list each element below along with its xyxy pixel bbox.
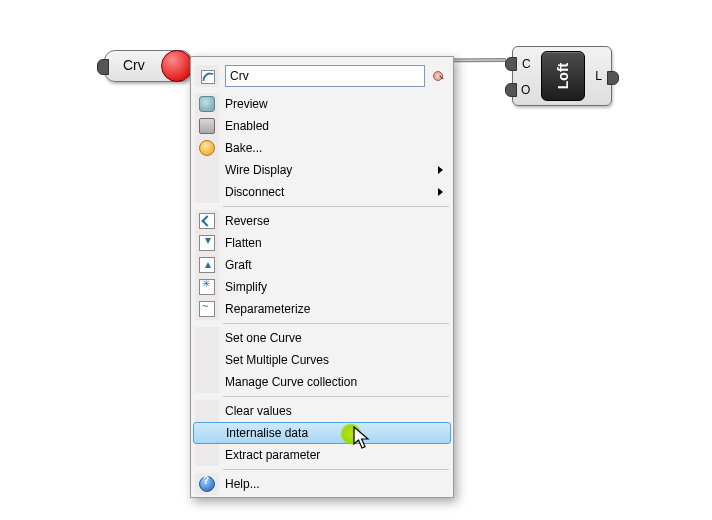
- menu-item-label: Flatten: [225, 236, 443, 250]
- menu-item-clear-values[interactable]: Clear values: [193, 400, 451, 422]
- curve-icon: [195, 65, 219, 87]
- menu-item-label: Extract parameter: [225, 448, 443, 462]
- input-label-c: C: [522, 57, 531, 71]
- menu-item-label: Bake...: [225, 141, 443, 155]
- menu-separator: [223, 469, 449, 470]
- bake-icon: [199, 140, 215, 156]
- node-input-grip[interactable]: [97, 59, 109, 75]
- menu-separator: [223, 396, 449, 397]
- menu-item-label: Graft: [225, 258, 443, 272]
- menu-item-graft[interactable]: Graft: [193, 254, 451, 276]
- loft-component-node[interactable]: C O L Loft: [512, 46, 612, 106]
- menu-item-label: Set Multiple Curves: [225, 353, 443, 367]
- menu-item-manage-curve-collection[interactable]: Manage Curve collection: [193, 371, 451, 393]
- help-icon: [199, 476, 215, 492]
- preview-icon: [199, 96, 215, 112]
- menu-item-disconnect[interactable]: Disconnect: [193, 181, 451, 203]
- menu-item-enabled[interactable]: Enabled: [193, 115, 451, 137]
- menu-item-bake[interactable]: Bake...: [193, 137, 451, 159]
- menu-item-label: Manage Curve collection: [225, 375, 443, 389]
- menu-name-row: Crv: [193, 59, 451, 93]
- menu-separator: [223, 323, 449, 324]
- context-menu[interactable]: Crv Preview Enabled Bake... Wire Display…: [190, 56, 454, 498]
- menu-item-label: Disconnect: [225, 185, 438, 199]
- menu-item-label: Preview: [225, 97, 443, 111]
- input-grip-o[interactable]: [505, 83, 517, 97]
- menu-item-reverse[interactable]: Reverse: [193, 210, 451, 232]
- colour-picker-icon[interactable]: [431, 69, 445, 83]
- reparam-icon: [199, 301, 215, 317]
- menu-item-internalise-data[interactable]: Internalise data: [193, 422, 451, 444]
- node-label: Crv: [123, 57, 145, 73]
- error-balloon-icon[interactable]: [161, 50, 193, 82]
- menu-item-label: Help...: [225, 477, 443, 491]
- graft-icon: [199, 257, 215, 273]
- menu-item-set-multiple-curves[interactable]: Set Multiple Curves: [193, 349, 451, 371]
- menu-item-set-one-curve[interactable]: Set one Curve: [193, 327, 451, 349]
- menu-item-wire-display[interactable]: Wire Display: [193, 159, 451, 181]
- input-grip-c[interactable]: [505, 57, 517, 71]
- menu-item-extract-parameter[interactable]: Extract parameter: [193, 444, 451, 466]
- submenu-arrow-icon: [438, 166, 443, 174]
- menu-item-flatten[interactable]: Flatten: [193, 232, 451, 254]
- menu-item-label: Set one Curve: [225, 331, 443, 345]
- menu-item-label: Simplify: [225, 280, 443, 294]
- menu-item-label: Reparameterize: [225, 302, 443, 316]
- menu-item-help[interactable]: Help...: [193, 473, 451, 495]
- submenu-arrow-icon: [438, 188, 443, 196]
- enabled-icon: [199, 118, 215, 134]
- menu-separator: [223, 206, 449, 207]
- menu-item-label: Enabled: [225, 119, 443, 133]
- menu-item-reparameterize[interactable]: Reparameterize: [193, 298, 451, 320]
- menu-item-label: Reverse: [225, 214, 443, 228]
- simplify-icon: [199, 279, 215, 295]
- output-grip-l[interactable]: [607, 71, 619, 85]
- menu-item-label: Clear values: [225, 404, 443, 418]
- flatten-icon: [199, 235, 215, 251]
- reverse-icon: [199, 213, 215, 229]
- name-input[interactable]: Crv: [225, 65, 425, 87]
- component-name: Loft: [555, 63, 571, 89]
- input-label-o: O: [521, 83, 530, 97]
- output-label-l: L: [595, 69, 602, 83]
- component-core: Loft: [541, 51, 585, 101]
- menu-item-simplify[interactable]: Simplify: [193, 276, 451, 298]
- curve-parameter-node[interactable]: Crv: [104, 50, 192, 82]
- menu-item-label: Wire Display: [225, 163, 438, 177]
- menu-item-preview[interactable]: Preview: [193, 93, 451, 115]
- menu-item-label: Internalise data: [226, 426, 442, 440]
